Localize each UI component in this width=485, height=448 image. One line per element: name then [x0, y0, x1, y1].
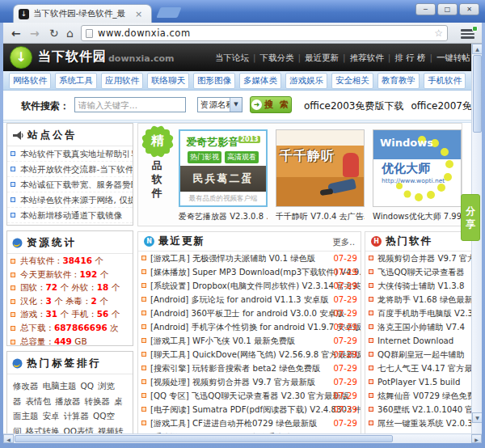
- list-item[interactable]: 本站软件下载真实地址帮助引导: [7, 146, 133, 162]
- table-row[interactable]: [QQ 专区] 飞迅QQ聊天记录查看器 V2.30 官方最新版 07-29: [138, 389, 361, 403]
- search-button[interactable]: ➜ 搜 索: [250, 96, 292, 113]
- search-input[interactable]: [74, 97, 186, 112]
- announcement-link[interactable]: 本站绿色软件来源于网络, 仅提供: [20, 195, 133, 205]
- category-button[interactable]: 联络聊天: [147, 73, 189, 89]
- table-row[interactable]: [聊天工具] QuickDove(网络飞鸽) V2.56.9.8 官方最新版 0…: [138, 348, 361, 361]
- scroll-up-icon[interactable]: ▲: [472, 44, 482, 54]
- promo-card-iqiyi[interactable]: 爱奇艺影音2013 热门影视 高清观看 民兵葛二蛋 最有品质的视频客户端 爱奇艺…: [179, 129, 268, 222]
- tag-link[interactable]: 计算器: [64, 411, 90, 421]
- table-row[interactable]: [搜索引擎] 玩转影音搜索者 beta2 绿色免费版 07-29: [138, 361, 361, 375]
- category-button[interactable]: 多媒体类: [239, 73, 281, 89]
- table-row[interactable]: 龙将助手 V1.68 绿色最新: [365, 293, 471, 306]
- category-button[interactable]: 网络软件: [9, 73, 51, 89]
- table-row[interactable]: [游戏工具] 无极强悍功夫派辅助 V0.1 绿色版 07-29: [138, 251, 361, 265]
- software-link[interactable]: 洛克王国小帅辅助 V7.4: [377, 323, 465, 332]
- category-button[interactable]: 应用软件: [101, 73, 143, 89]
- table-row[interactable]: [Android] 360平板卫士 for android V3.0.0 安卓版…: [138, 306, 361, 320]
- address-bar[interactable]: ☆: [81, 25, 448, 41]
- hot-search-link[interactable]: office2007免费版下载: [411, 100, 472, 112]
- table-row[interactable]: 360壁纸 V2.1.0.1040 官方: [365, 403, 471, 416]
- software-link[interactable]: 龙将助手 V1.68 绿色最新: [377, 295, 471, 304]
- software-link[interactable]: [Android] 手机字体个性切换 for android V1.9.7 安卓…: [150, 323, 361, 332]
- table-row[interactable]: 洛克王国小帅辅助 V7.4: [365, 320, 471, 334]
- table-row[interactable]: 大侠传骑士辅助 V1.3.8: [365, 279, 471, 293]
- table-row[interactable]: 炫舞仙音 V0729 绿色免费: [365, 389, 471, 403]
- tag-link[interactable]: 表情包: [26, 396, 52, 406]
- software-link[interactable]: [搜索引擎] 玩转影音搜索者 beta2 绿色免费版: [150, 364, 320, 373]
- software-link[interactable]: [游戏工具] WF小飞侠 V0.1 最新免费版: [150, 336, 295, 345]
- vertical-scroll-thumb[interactable]: [473, 55, 482, 133]
- list-item[interactable]: 本站绿色软件来源于网络, 仅提供: [7, 192, 133, 208]
- promo-caption[interactable]: 爱奇艺播放器 V2.3.0.8 ..: [179, 211, 268, 222]
- promo-image[interactable]: Windows 优化大师 http://www.wopti.net: [373, 129, 462, 207]
- software-link[interactable]: 飞迅QQ聊天记录查看器: [377, 268, 465, 277]
- software-link[interactable]: PotPlayer V1.5 build: [377, 378, 460, 387]
- header-link[interactable]: 最近更新: [305, 53, 350, 62]
- announcement-link[interactable]: 本站诚征下载带宽、服务器赞助: [20, 180, 133, 189]
- announcement-link[interactable]: 本站开放软件交流群-当下软件园: [20, 164, 133, 174]
- table-row[interactable]: 飞迅QQ聊天记录查看器: [365, 265, 471, 279]
- forward-icon[interactable]: →: [30, 27, 40, 40]
- resource-type-select[interactable]: 资源名称 ▼: [197, 97, 242, 112]
- tag-link[interactable]: QQ: [81, 381, 95, 391]
- tag-link[interactable]: 播放器: [55, 396, 81, 406]
- software-link[interactable]: [视频处理] 视频剪切合并器 V9.7 官方最新版: [150, 378, 315, 387]
- menu-icon[interactable]: [461, 29, 474, 39]
- url-input[interactable]: [98, 27, 434, 39]
- table-row[interactable]: [游戏工具] CF进进自动开枪0729 绿色最新版 07-29: [138, 416, 361, 430]
- software-link[interactable]: 视频剪切合并器 V9.7 官方: [377, 254, 471, 263]
- bookmark-star-icon[interactable]: ☆: [434, 27, 443, 39]
- software-link[interactable]: 屌丝一键重装系统 V2.0.3: [377, 419, 471, 428]
- category-button[interactable]: 游戏娱乐: [285, 73, 327, 89]
- table-row[interactable]: PotPlayer V1.5 build: [365, 375, 471, 389]
- close-button[interactable]: ✕: [459, 3, 479, 15]
- category-button[interactable]: 教育教学: [377, 73, 420, 89]
- promo-image[interactable]: 千千静听: [276, 129, 365, 207]
- software-link[interactable]: QQ群刷皇冠一起牛辅助: [377, 350, 465, 359]
- promo-caption[interactable]: 千千静听 V7.0.4 去广告..: [276, 211, 365, 222]
- tag-link[interactable]: 转换器: [85, 396, 111, 406]
- software-link[interactable]: [Android] 360平板卫士 for android V3.0.0 安卓版: [150, 309, 344, 318]
- scroll-left-icon[interactable]: ◀: [3, 434, 14, 443]
- browser-tab[interactable]: ↓ 当下软件园-绿色软件_最 ×: [13, 4, 152, 23]
- software-link[interactable]: [游戏工具] CF进进自动开枪0729 绿色最新版: [150, 419, 317, 428]
- site-name[interactable]: 当下软件园: [38, 49, 107, 66]
- table-row[interactable]: [媒体播放] Super MP3 Download(mp3下载软件) V4.9.…: [138, 265, 361, 279]
- table-row[interactable]: [电子阅读] Sumatra PDF(pdf阅读器下载) V2.4.8303 中…: [138, 403, 361, 416]
- tag-link[interactable]: 修改器: [13, 381, 39, 391]
- back-icon[interactable]: ←: [11, 27, 21, 40]
- tag-link[interactable]: 安卓: [43, 411, 60, 421]
- announcement-link[interactable]: 本站新增移动通道下载镜像: [20, 210, 122, 220]
- table-row[interactable]: Internet Download: [365, 334, 471, 348]
- category-button[interactable]: 图形图像: [193, 73, 235, 89]
- software-link[interactable]: Internet Download: [377, 336, 453, 345]
- software-link[interactable]: 大侠传骑士辅助 V1.3.8: [377, 281, 464, 290]
- promo-card-ttplayer[interactable]: 千千静听 千千静听 V7.0.4 去广告..: [276, 129, 365, 222]
- promo-card-wopti[interactable]: Windows 优化大师 http://www.wopti.net Window…: [373, 129, 462, 222]
- software-link[interactable]: [QQ 专区] 飞迅QQ聊天记录查看器 V2.30 官方最新版: [150, 391, 349, 400]
- table-row[interactable]: 百度手机助手电脑版 V2.3: [365, 306, 471, 320]
- scroll-down-icon[interactable]: ▼: [472, 412, 482, 423]
- category-button[interactable]: 系统工具: [55, 73, 97, 89]
- header-link[interactable]: 当下论坛: [215, 53, 260, 62]
- minimize-button[interactable]: ─: [415, 3, 436, 15]
- list-item[interactable]: 本站开放软件交流群-当下软件园: [7, 162, 133, 177]
- list-item[interactable]: 本站诚征下载带宽、服务器赞助: [7, 177, 133, 192]
- horizontal-scrollbar[interactable]: ◀ ▶: [3, 433, 482, 443]
- software-link[interactable]: [系统设置] Dropbox(电脑文件同步软件) V2.3.14 官方英文: [150, 281, 361, 290]
- table-row[interactable]: [视频处理] 视频剪切合并器 V9.7 官方最新版 07-29: [138, 375, 361, 389]
- header-link[interactable]: 下载分类: [260, 53, 306, 62]
- share-tab[interactable]: 分 享: [461, 194, 480, 241]
- software-link[interactable]: [聊天工具] QuickDove(网络飞鸽) V2.56.9.8 官方最新版: [150, 350, 361, 359]
- software-link[interactable]: [媒体播放] Super MP3 Download(mp3下载软件) V4.9.…: [150, 268, 361, 277]
- new-tab-button[interactable]: [156, 7, 181, 18]
- table-row[interactable]: [游戏工具] WF小飞侠 V0.1 最新免费版 07-29: [138, 334, 361, 348]
- table-row[interactable]: 屌丝一键重装系统 V2.0.3: [365, 416, 471, 430]
- refresh-icon[interactable]: ↻: [49, 27, 59, 40]
- header-link[interactable]: 排 行 榜: [394, 53, 436, 62]
- horizontal-scroll-thumb[interactable]: [15, 435, 393, 442]
- promo-image[interactable]: 爱奇艺影音2013 热门影视 高清观看 民兵葛二蛋 最有品质的视频客户端: [179, 129, 268, 207]
- tag-link[interactable]: 电脑主题: [43, 381, 77, 391]
- promo-caption[interactable]: Windows优化大师 7.99 B..: [373, 211, 462, 222]
- category-button[interactable]: 手机软件: [424, 73, 466, 89]
